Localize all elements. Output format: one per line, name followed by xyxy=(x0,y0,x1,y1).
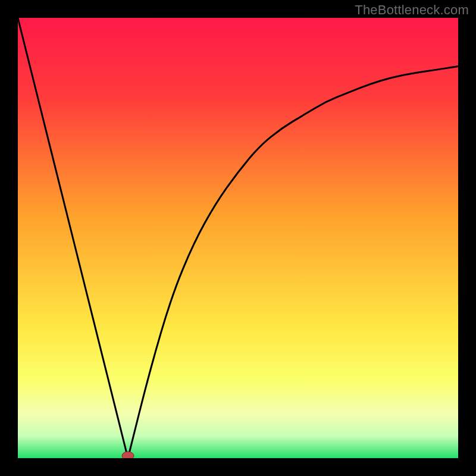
bottleneck-chart xyxy=(18,18,458,458)
chart-frame: { "watermark": "TheBottleneck.com", "cha… xyxy=(0,0,476,476)
chart-svg xyxy=(18,18,458,458)
minimum-marker xyxy=(122,452,134,458)
plot-background xyxy=(18,18,458,458)
watermark-text: TheBottleneck.com xyxy=(355,2,469,18)
